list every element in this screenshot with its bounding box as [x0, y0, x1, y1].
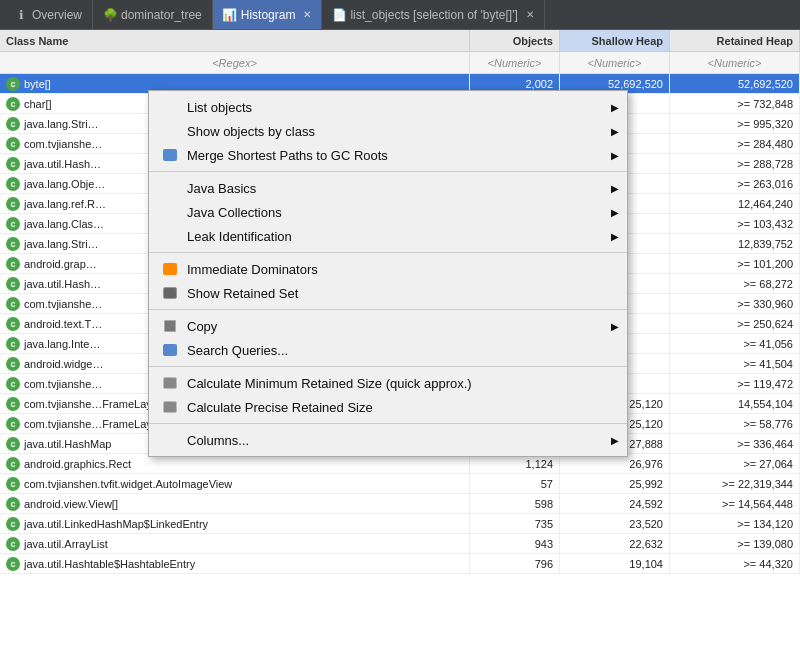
histogram-icon: 📊: [223, 8, 237, 22]
menu-divider: [149, 171, 627, 172]
menu-item-label: Show objects by class: [187, 124, 611, 139]
menu-item-label: Java Basics: [187, 181, 611, 196]
retained-icon: [161, 285, 179, 301]
blank-icon: [161, 99, 179, 115]
menu-item-calc-precise-retained[interactable]: Calculate Precise Retained Size: [149, 395, 627, 419]
menu-item-immediate-dominators[interactable]: Immediate Dominators: [149, 257, 627, 281]
filter-retained-heap[interactable]: <Numeric>: [670, 52, 800, 73]
menu-item-columns[interactable]: Columns...: [149, 428, 627, 452]
menu-item-calc-min-retained[interactable]: Calculate Minimum Retained Size (quick a…: [149, 371, 627, 395]
dominators-icon: [161, 261, 179, 277]
menu-divider: [149, 423, 627, 424]
table-body: c byte[] 2,002 52,692,520 52,692,520 c c…: [0, 74, 800, 669]
menu-item-merge-shortest-paths[interactable]: Merge Shortest Paths to GC Roots: [149, 143, 627, 167]
search-icon: [161, 342, 179, 358]
menu-item-show-retained-set[interactable]: Show Retained Set: [149, 281, 627, 305]
col-header-retained-heap: Retained Heap: [670, 30, 800, 51]
tab-dominator-tree[interactable]: 🌳 dominator_tree: [93, 0, 213, 29]
menu-item-label: Calculate Precise Retained Size: [187, 400, 611, 415]
menu-divider: [149, 309, 627, 310]
menu-item-label: List objects: [187, 100, 611, 115]
blank-icon: [161, 123, 179, 139]
menu-item-label: Leak Identification: [187, 229, 611, 244]
menu-item-label: Search Queries...: [187, 343, 611, 358]
tab-overview[interactable]: ℹ Overview: [4, 0, 93, 29]
menu-item-label: Calculate Minimum Retained Size (quick a…: [187, 376, 611, 391]
menu-item-label: Copy: [187, 319, 611, 334]
close-icon-2[interactable]: ✕: [526, 9, 534, 20]
tab-list-objects[interactable]: 📄 list_objects [selection of 'byte[]'] ✕: [322, 0, 544, 29]
filter-objects[interactable]: <Numeric>: [470, 52, 560, 73]
copy-icon: [161, 318, 179, 334]
tab-histogram[interactable]: 📊 Histogram ✕: [213, 0, 323, 29]
merge-icon: [161, 147, 179, 163]
filter-row: <Regex> <Numeric> <Numeric> <Numeric>: [0, 52, 800, 74]
blank-icon: [161, 180, 179, 196]
main-content: Class Name Objects Shallow Heap Retained…: [0, 30, 800, 669]
menu-divider: [149, 252, 627, 253]
blank-icon: [161, 228, 179, 244]
menu-item-list-objects[interactable]: List objects: [149, 95, 627, 119]
context-menu-overlay: List objectsShow objects by classMerge S…: [0, 74, 800, 669]
filter-shallow-heap[interactable]: <Numeric>: [560, 52, 670, 73]
list-icon: 📄: [332, 8, 346, 22]
menu-item-label: Merge Shortest Paths to GC Roots: [187, 148, 611, 163]
calc-icon: [161, 399, 179, 415]
menu-item-label: Java Collections: [187, 205, 611, 220]
table-header: Class Name Objects Shallow Heap Retained…: [0, 30, 800, 52]
calc-icon: [161, 375, 179, 391]
col-header-objects: Objects: [470, 30, 560, 51]
menu-item-leak-identification[interactable]: Leak Identification: [149, 224, 627, 248]
tree-icon: 🌳: [103, 8, 117, 22]
menu-item-java-collections[interactable]: Java Collections: [149, 200, 627, 224]
blank-icon: [161, 432, 179, 448]
col-header-class-name: Class Name: [0, 30, 470, 51]
context-menu: List objectsShow objects by classMerge S…: [148, 90, 628, 457]
menu-item-search-queries[interactable]: Search Queries...: [149, 338, 627, 362]
menu-item-java-basics[interactable]: Java Basics: [149, 176, 627, 200]
col-header-shallow-heap: Shallow Heap: [560, 30, 670, 51]
filter-class-name[interactable]: <Regex>: [0, 52, 470, 73]
menu-item-copy[interactable]: Copy: [149, 314, 627, 338]
menu-item-label: Immediate Dominators: [187, 262, 611, 277]
blank-icon: [161, 204, 179, 220]
menu-item-label: Show Retained Set: [187, 286, 611, 301]
close-icon[interactable]: ✕: [303, 9, 311, 20]
menu-item-label: Columns...: [187, 433, 611, 448]
menu-divider: [149, 366, 627, 367]
info-icon: ℹ: [14, 8, 28, 22]
tab-bar: ℹ Overview 🌳 dominator_tree 📊 Histogram …: [0, 0, 800, 30]
menu-item-show-objects-by-class[interactable]: Show objects by class: [149, 119, 627, 143]
